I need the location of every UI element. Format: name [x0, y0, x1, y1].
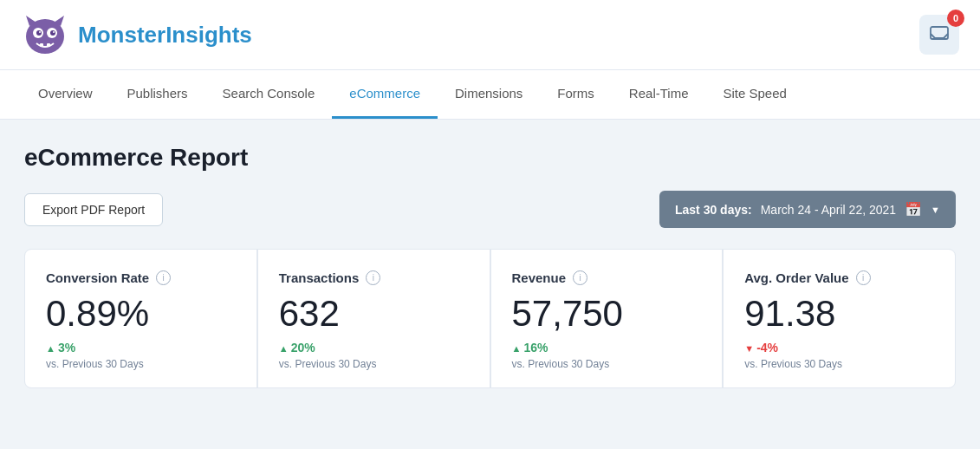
date-range-button[interactable]: Last 30 days: March 24 - April 22, 2021 … — [659, 191, 956, 228]
svg-point-5 — [39, 31, 41, 33]
stat-header-avg-order-value: Avg. Order Value i — [744, 270, 934, 285]
nav-item-forms[interactable]: Forms — [540, 70, 612, 119]
stat-label-revenue: Revenue — [512, 270, 567, 285]
stat-header-conversion-rate: Conversion Rate i — [46, 270, 236, 285]
stat-change-value-conversion-rate: 3% — [58, 341, 75, 355]
svg-point-3 — [36, 30, 42, 36]
info-icon-revenue[interactable]: i — [573, 270, 587, 285]
stat-header-transactions: Transactions i — [279, 270, 469, 285]
stats-grid: Conversion Rate i 0.89% 3% vs. Previous … — [24, 249, 956, 388]
stat-value-conversion-rate: 0.89% — [46, 294, 236, 334]
stat-compare-transactions: vs. Previous 30 Days — [279, 358, 469, 370]
arrow-down-icon-avg-order-value — [744, 341, 754, 355]
svg-point-4 — [50, 30, 55, 36]
info-icon-avg-order-value[interactable]: i — [856, 270, 871, 285]
date-range-dates: March 24 - April 22, 2021 — [761, 203, 896, 217]
main-content: eCommerce Report Export PDF Report Last … — [0, 120, 980, 413]
info-icon-transactions[interactable]: i — [366, 270, 380, 285]
notification-badge: 0 — [947, 10, 964, 27]
svg-rect-9 — [40, 43, 43, 47]
nav-item-publishers[interactable]: Publishers — [110, 70, 205, 119]
inbox-icon — [930, 26, 949, 43]
arrow-up-icon-revenue — [512, 341, 522, 355]
header-right: 0 — [919, 15, 959, 55]
calendar-icon: 📅 — [905, 201, 922, 218]
monster-logo-icon — [21, 10, 69, 59]
info-icon-conversion-rate[interactable]: i — [156, 270, 171, 285]
logo-text-black: Monster — [78, 22, 165, 48]
stat-card-transactions: Transactions i 632 20% vs. Previous 30 D… — [258, 250, 490, 387]
stat-change-value-avg-order-value: -4% — [756, 341, 778, 355]
stat-compare-conversion-rate: vs. Previous 30 Days — [46, 358, 236, 370]
logo-text-blue: Insights — [165, 22, 252, 48]
stat-header-revenue: Revenue i — [512, 270, 702, 285]
stat-change-value-revenue: 16% — [523, 341, 548, 355]
chevron-down-icon: ▼ — [931, 205, 940, 215]
logo-area: MonsterInsights — [21, 10, 252, 59]
stat-change-conversion-rate: 3% — [46, 341, 236, 355]
toolbar: Export PDF Report Last 30 days: March 24… — [24, 191, 956, 228]
stat-change-value-transactions: 20% — [291, 341, 315, 355]
nav-item-search-console[interactable]: Search Console — [205, 70, 333, 119]
stat-change-transactions: 20% — [279, 341, 469, 355]
stat-label-conversion-rate: Conversion Rate — [46, 270, 149, 285]
stat-card-avg-order-value: Avg. Order Value i 91.38 -4% vs. Previou… — [724, 250, 955, 387]
nav-item-dimensions[interactable]: Dimensions — [438, 70, 540, 119]
nav-item-ecommerce[interactable]: eCommerce — [332, 70, 438, 119]
main-nav: Overview Publishers Search Console eComm… — [0, 70, 980, 120]
stat-value-transactions: 632 — [279, 294, 469, 334]
stat-change-revenue: 16% — [512, 341, 702, 355]
stat-value-revenue: 57,750 — [512, 294, 702, 334]
arrow-up-icon-conversion-rate — [46, 341, 55, 355]
svg-rect-10 — [47, 43, 50, 47]
stat-label-transactions: Transactions — [279, 270, 360, 285]
stat-value-avg-order-value: 91.38 — [744, 294, 934, 334]
date-range-label: Last 30 days: — [675, 203, 752, 217]
logo-text: MonsterInsights — [78, 22, 252, 49]
stat-compare-revenue: vs. Previous 30 Days — [512, 358, 702, 370]
header: MonsterInsights 0 — [0, 0, 980, 70]
nav-item-overview[interactable]: Overview — [21, 70, 110, 119]
nav-item-real-time[interactable]: Real-Time — [612, 70, 706, 119]
nav-item-site-speed[interactable]: Site Speed — [705, 70, 803, 119]
export-pdf-button[interactable]: Export PDF Report — [24, 193, 163, 226]
stat-label-avg-order-value: Avg. Order Value — [744, 270, 848, 285]
stat-card-revenue: Revenue i 57,750 16% vs. Previous 30 Day… — [491, 250, 723, 387]
page-title: eCommerce Report — [24, 144, 956, 172]
svg-point-6 — [53, 31, 55, 33]
stat-card-conversion-rate: Conversion Rate i 0.89% 3% vs. Previous … — [25, 250, 256, 387]
stat-change-avg-order-value: -4% — [744, 341, 934, 355]
notification-button[interactable]: 0 — [919, 15, 959, 55]
stat-compare-avg-order-value: vs. Previous 30 Days — [744, 358, 934, 370]
arrow-up-icon-transactions — [279, 341, 289, 355]
